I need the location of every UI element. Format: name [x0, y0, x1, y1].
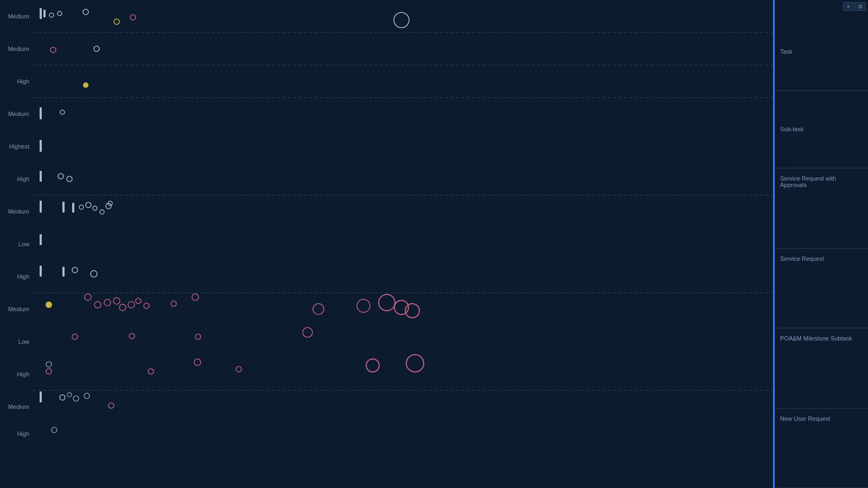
- panel-toolbar[interactable]: ≡ ⊞: [775, 0, 868, 13]
- svg-point-41: [113, 298, 120, 304]
- svg-rect-33: [40, 266, 42, 277]
- label-high-3: High: [0, 260, 33, 293]
- svg-rect-7: [43, 10, 46, 17]
- svg-rect-34: [62, 267, 65, 277]
- svg-point-55: [195, 334, 201, 339]
- svg-rect-32: [40, 234, 42, 245]
- svg-rect-20: [40, 171, 42, 182]
- label-high-1: High: [0, 65, 33, 98]
- svg-point-54: [129, 333, 135, 339]
- svg-point-15: [94, 46, 99, 52]
- label-high-5: High: [0, 423, 33, 445]
- svg-point-44: [136, 298, 141, 304]
- svg-point-66: [67, 393, 72, 397]
- legend-item-service-request-approvals: Service Request with Approvals: [775, 169, 868, 248]
- panel-btn-1[interactable]: ≡: [843, 2, 854, 11]
- svg-point-9: [58, 11, 62, 16]
- svg-point-46: [171, 301, 176, 306]
- svg-point-65: [60, 395, 65, 400]
- legend-item-new-user: New User Request: [775, 409, 868, 489]
- svg-point-13: [394, 12, 409, 28]
- svg-point-22: [67, 176, 72, 182]
- svg-point-47: [192, 294, 199, 300]
- svg-point-8: [49, 13, 54, 17]
- label-high-2: High: [0, 163, 33, 195]
- svg-rect-19: [40, 140, 42, 152]
- svg-point-56: [303, 328, 312, 337]
- svg-point-45: [144, 303, 149, 309]
- svg-rect-25: [72, 203, 74, 213]
- panel-btn-2[interactable]: ⊞: [855, 2, 866, 11]
- legend-item-poam: POA&M Milestone Subtask: [775, 329, 868, 408]
- svg-point-43: [128, 301, 135, 308]
- legend-item-service-request: Service Request: [775, 249, 868, 329]
- legend-item-subtask: Sub-task: [775, 91, 868, 169]
- svg-point-49: [357, 299, 370, 312]
- svg-point-68: [84, 393, 90, 399]
- svg-point-38: [85, 294, 91, 300]
- svg-point-39: [94, 301, 101, 308]
- label-low-1: Low: [0, 228, 33, 260]
- label-high-4: High: [0, 358, 33, 390]
- scatter-plot-area: [33, 0, 773, 488]
- svg-point-21: [58, 174, 63, 179]
- label-medium-4: Medium: [0, 195, 33, 228]
- svg-point-53: [72, 334, 78, 339]
- label-low-2: Low: [0, 325, 33, 358]
- legend-item-task: Task: [775, 13, 868, 91]
- scatter-svg: [33, 0, 773, 488]
- svg-rect-24: [62, 202, 65, 213]
- svg-point-42: [119, 304, 126, 311]
- label-medium-3: Medium: [0, 98, 33, 130]
- svg-point-61: [236, 367, 241, 372]
- right-legend-panel: ≡ ⊞ Task Sub-task Service Request with A…: [773, 0, 868, 488]
- svg-point-70: [52, 427, 57, 433]
- svg-point-35: [72, 267, 78, 273]
- svg-point-28: [93, 206, 97, 210]
- label-medium-2: Medium: [0, 33, 33, 65]
- label-medium-1: Medium: [0, 0, 33, 33]
- svg-point-69: [108, 403, 114, 408]
- svg-point-63: [406, 355, 424, 372]
- svg-point-26: [79, 205, 84, 209]
- svg-point-57: [46, 362, 52, 367]
- svg-point-14: [50, 47, 56, 53]
- svg-point-59: [148, 369, 154, 374]
- svg-point-11: [114, 19, 119, 24]
- svg-point-50: [379, 294, 395, 311]
- svg-point-12: [130, 15, 136, 20]
- svg-point-48: [313, 304, 324, 314]
- left-axis-labels: Medium Medium High Medium Highest High M…: [0, 0, 33, 488]
- svg-point-67: [73, 396, 79, 401]
- svg-point-62: [366, 359, 379, 372]
- label-medium-5: Medium: [0, 293, 33, 325]
- svg-point-18: [60, 110, 65, 114]
- svg-rect-6: [40, 8, 42, 19]
- label-highest: Highest: [0, 130, 33, 163]
- svg-rect-23: [40, 201, 42, 213]
- svg-point-16: [83, 82, 88, 88]
- label-medium-6: Medium: [0, 390, 33, 423]
- svg-point-36: [91, 271, 97, 277]
- svg-point-40: [104, 299, 111, 306]
- svg-point-27: [86, 202, 91, 208]
- svg-point-29: [100, 210, 104, 214]
- svg-point-60: [194, 359, 201, 365]
- svg-point-58: [46, 369, 52, 374]
- svg-rect-64: [40, 391, 42, 402]
- svg-point-10: [83, 9, 88, 15]
- svg-point-37: [46, 301, 52, 308]
- svg-rect-17: [40, 107, 42, 119]
